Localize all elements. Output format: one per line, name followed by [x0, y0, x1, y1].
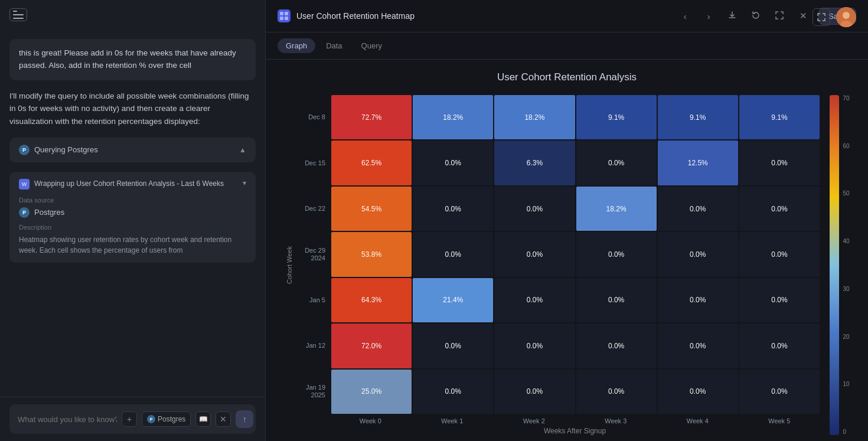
heatmap-cell: 0.0% — [739, 324, 820, 368]
legend-tick: 70 — [843, 95, 849, 102]
legend-labels: 706050403020100 — [843, 95, 849, 435]
left-panel: this is great! Please add in 0s for the … — [0, 0, 266, 441]
heatmap-cell: 0.0% — [413, 187, 493, 231]
add-button[interactable]: + — [122, 411, 137, 427]
fullscreen-icon — [775, 11, 784, 21]
close-button[interactable]: ✕ — [216, 411, 231, 427]
postgres-icon-input: P — [147, 415, 155, 423]
row-label: Jan 5 — [298, 278, 330, 322]
chevron-down-icon[interactable]: ▾ — [243, 179, 246, 187]
heatmap-cell: 9.1% — [576, 95, 657, 139]
close-icon: ✕ — [220, 414, 227, 424]
close-panel-button[interactable]: ✕ — [795, 8, 811, 24]
message-text-2: I'll modify the query to include all pos… — [9, 90, 256, 128]
expand-icon-btn[interactable] — [812, 8, 830, 26]
heatmap-cell: 0.0% — [739, 232, 820, 276]
heatmap-cell: 72.7% — [331, 95, 412, 139]
heatmap-cell: 0.0% — [494, 370, 575, 414]
heatmap-cell: 0.0% — [413, 141, 493, 185]
detail-box: W Wrapping up User Cohort Retention Anal… — [9, 172, 256, 263]
heatmap-cells: 53.8%0.0%0.0%0.0%0.0%0.0% — [331, 232, 820, 276]
row-label: Dec 15 — [298, 141, 330, 185]
y-axis-label-container: Cohort Week — [283, 95, 295, 435]
detail-title: Wrapping up User Cohort Retention Analys… — [34, 179, 224, 189]
heatmap-cell: 0.0% — [494, 187, 575, 231]
tab-query[interactable]: Query — [353, 38, 390, 53]
tab-graph[interactable]: Graph — [278, 38, 315, 53]
heatmap-cell: 0.0% — [739, 187, 820, 231]
chat-input[interactable] — [18, 415, 117, 424]
svg-point-1 — [843, 12, 850, 19]
heatmap-cells: 54.5%0.0%0.0%18.2%0.0%0.0% — [331, 187, 820, 231]
row-label: Dec 22 — [298, 187, 330, 231]
legend-tick: 60 — [843, 143, 849, 149]
tabs-row: Graph Data Query — [266, 32, 868, 60]
send-button[interactable]: ↑ — [236, 410, 253, 428]
book-button[interactable]: 📖 — [195, 411, 211, 427]
nav-prev-button[interactable]: ‹ — [677, 8, 693, 24]
chevron-up-icon: ▲ — [239, 146, 246, 154]
fullscreen-button[interactable] — [771, 8, 788, 24]
profile-avatar[interactable] — [836, 7, 856, 27]
x-axis: Week 0Week 1Week 2Week 3Week 4Week 5 — [298, 417, 820, 424]
x-axis-labels: Week 0Week 1Week 2Week 3Week 4Week 5 — [330, 417, 820, 424]
x-axis-label: Week 4 — [657, 417, 738, 424]
postgres-label: Postgres — [158, 415, 185, 423]
description-label: Description — [19, 224, 246, 231]
heatmap-cell: 18.2% — [413, 95, 493, 139]
heatmap-cells: 72.7%18.2%18.2%9.1%9.1%9.1% — [331, 95, 820, 139]
download-button[interactable] — [724, 8, 740, 24]
legend-tick: 0 — [843, 429, 849, 435]
message-text-1: this is great! Please add in 0s for the … — [19, 48, 236, 70]
x-axis-label: Week 2 — [494, 417, 575, 424]
heatmap-row: Jan 19 202525.0%0.0%0.0%0.0%0.0%0.0% — [298, 370, 820, 414]
nav-next-button[interactable]: › — [700, 8, 717, 24]
tab-data[interactable]: Data — [318, 38, 350, 53]
heatmap-cell: 0.0% — [576, 278, 657, 322]
x-axis-label: Week 0 — [330, 417, 411, 424]
heatmap-cell: 25.0% — [331, 370, 412, 414]
heatmap-row: Jan 564.3%21.4%0.0%0.0%0.0%0.0% — [298, 278, 820, 322]
row-label: Jan 12 — [298, 324, 330, 368]
x-axis-label: Week 3 — [576, 417, 657, 424]
legend-tick: 30 — [843, 286, 849, 292]
heatmap-row: Dec 872.7%18.2%18.2%9.1%9.1%9.1% — [298, 95, 820, 139]
row-label: Jan 19 2025 — [298, 370, 330, 414]
heatmap-cell: 0.0% — [494, 278, 575, 322]
data-source-label: Data source — [19, 197, 246, 204]
refresh-button[interactable] — [748, 8, 764, 24]
legend-container: 706050403020100 — [829, 95, 850, 435]
heatmap-cells: 25.0%0.0%0.0%0.0%0.0%0.0% — [331, 370, 820, 414]
chat-input-area: + P Postgres 📖 ✕ ↑ — [0, 397, 265, 441]
heatmap-cell: 0.0% — [658, 187, 738, 231]
refresh-icon — [752, 11, 760, 21]
nav-next-icon: › — [707, 11, 710, 21]
chart-area: User Cohort Retention Analysis Cohort We… — [266, 60, 868, 441]
send-icon: ↑ — [243, 414, 247, 424]
heatmap-cell: 62.5% — [331, 141, 412, 185]
chart-title: User Cohort Retention Analysis — [283, 71, 850, 83]
heatmap-cell: 0.0% — [413, 324, 493, 368]
heatmap-cell: 9.1% — [658, 95, 738, 139]
data-source-name: Postgres — [34, 208, 64, 217]
heatmap-cell: 0.0% — [576, 370, 657, 414]
row-label: Dec 29 2024 — [298, 232, 330, 276]
heatmap-cell: 9.1% — [739, 95, 820, 139]
chart-inner: Dec 872.7%18.2%18.2%9.1%9.1%9.1%Dec 1562… — [298, 95, 820, 435]
heatmap-cell: 0.0% — [494, 324, 575, 368]
download-icon — [728, 11, 736, 21]
heatmap-cell: 0.0% — [658, 324, 738, 368]
heatmap-cell: 72.0% — [331, 324, 412, 368]
heatmap-cell: 18.2% — [494, 95, 575, 139]
querying-label: Querying Postgres — [34, 145, 98, 154]
heatmap-row: Dec 1562.5%0.0%6.3%0.0%12.5%0.0% — [298, 141, 820, 185]
close-panel-icon: ✕ — [800, 11, 807, 21]
legend-tick: 20 — [843, 334, 849, 340]
postgres-selector[interactable]: P Postgres — [142, 411, 191, 427]
postgres-icon-detail: P — [19, 207, 30, 218]
heatmap-cell: 54.5% — [331, 187, 412, 231]
sidebar-toggle[interactable] — [9, 8, 27, 21]
heatmap-cell: 21.4% — [413, 278, 493, 322]
right-panel: User Cohort Retention Heatmap ‹ › — [266, 0, 868, 441]
querying-postgres-box[interactable]: P Querying Postgres ▲ — [9, 138, 256, 162]
